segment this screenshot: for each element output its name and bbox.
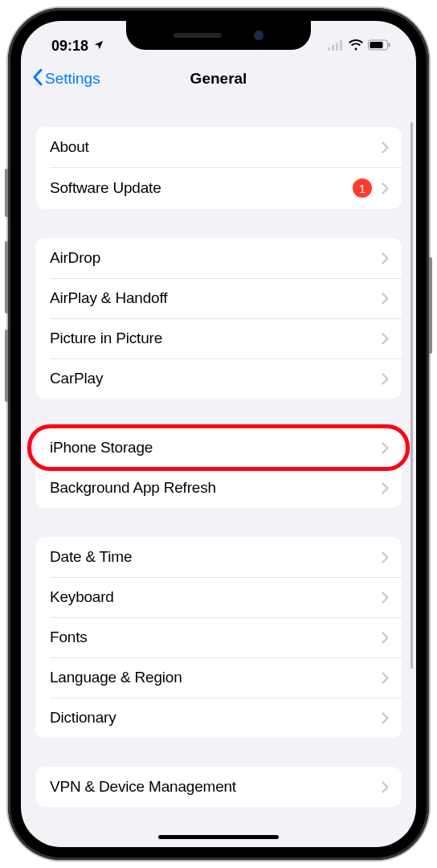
row-date-time[interactable]: Date & Time: [35, 537, 402, 577]
settings-group: Date & TimeKeyboardFontsLanguage & Regio…: [35, 537, 402, 738]
chevron-right-icon: [382, 373, 389, 385]
row-language-region[interactable]: Language & Region: [35, 657, 402, 698]
row-software-update[interactable]: Software Update1: [35, 167, 402, 209]
row-label: Date & Time: [50, 548, 382, 566]
row-label: CarPlay: [50, 370, 382, 387]
chevron-right-icon: [382, 141, 389, 154]
row-label: Background App Refresh: [50, 479, 382, 497]
scroll-indicator: [410, 122, 413, 669]
svg-rect-0: [328, 47, 330, 51]
row-airplay-handoff[interactable]: AirPlay & Handoff: [35, 278, 402, 318]
location-icon: [93, 38, 104, 55]
device-frame: 09:18: [8, 8, 429, 860]
chevron-right-icon: [382, 182, 389, 194]
row-keyboard[interactable]: Keyboard: [35, 577, 402, 617]
row-label: About: [50, 138, 382, 156]
row-label: iPhone Storage: [50, 439, 382, 457]
chevron-right-icon: [382, 592, 389, 604]
chevron-right-icon: [382, 293, 389, 305]
row-label: Language & Region: [50, 669, 382, 686]
row-label: VPN & Device Management: [50, 778, 382, 796]
row-background-app-refresh[interactable]: Background App Refresh: [35, 468, 402, 508]
row-label: Keyboard: [50, 588, 382, 606]
svg-rect-2: [336, 43, 338, 51]
status-time: 09:18: [51, 38, 88, 55]
row-about[interactable]: About: [35, 127, 402, 167]
row-vpn-device-management[interactable]: VPN & Device Management: [35, 767, 402, 807]
svg-rect-1: [332, 45, 334, 51]
page-title: General: [190, 70, 247, 88]
home-indicator[interactable]: [158, 835, 279, 839]
chevron-right-icon: [382, 333, 389, 345]
row-label: Picture in Picture: [50, 330, 382, 347]
notification-badge: 1: [353, 178, 372, 198]
row-airdrop[interactable]: AirDrop: [35, 238, 402, 278]
nav-bar: Settings General: [21, 59, 416, 98]
row-label: Fonts: [50, 628, 382, 646]
cellular-signal-icon: [328, 38, 344, 55]
svg-rect-5: [370, 42, 383, 48]
row-picture-in-picture[interactable]: Picture in Picture: [35, 318, 402, 358]
screen: 09:18: [21, 21, 416, 847]
notch: [126, 21, 311, 50]
row-iphone-storage[interactable]: iPhone Storage: [35, 428, 402, 468]
settings-group: AirDropAirPlay & HandoffPicture in Pictu…: [35, 238, 402, 399]
chevron-right-icon: [382, 712, 389, 724]
wifi-icon: [349, 38, 363, 55]
row-label: AirDrop: [50, 249, 382, 267]
back-button[interactable]: Settings: [32, 68, 100, 90]
battery-icon: [368, 38, 390, 55]
chevron-right-icon: [382, 672, 389, 684]
back-label: Settings: [45, 70, 100, 88]
row-label: Software Update: [50, 179, 353, 197]
row-fonts[interactable]: Fonts: [35, 617, 402, 657]
settings-group: iPhone StorageBackground App Refresh: [35, 428, 402, 508]
chevron-left-icon: [32, 68, 43, 90]
settings-group: AboutSoftware Update1: [35, 127, 402, 209]
row-label: AirPlay & Handoff: [50, 289, 382, 307]
svg-rect-3: [340, 40, 342, 51]
chevron-right-icon: [382, 781, 389, 793]
chevron-right-icon: [382, 482, 389, 494]
row-label: Dictionary: [50, 709, 382, 727]
row-dictionary[interactable]: Dictionary: [35, 698, 402, 738]
svg-rect-6: [389, 43, 390, 47]
chevron-right-icon: [382, 442, 389, 454]
chevron-right-icon: [382, 551, 389, 563]
row-carplay[interactable]: CarPlay: [35, 358, 402, 399]
chevron-right-icon: [382, 632, 389, 644]
settings-group: VPN & Device Management: [35, 767, 402, 807]
chevron-right-icon: [382, 252, 389, 264]
content-scroll[interactable]: AboutSoftware Update1AirDropAirPlay & Ha…: [21, 98, 416, 823]
